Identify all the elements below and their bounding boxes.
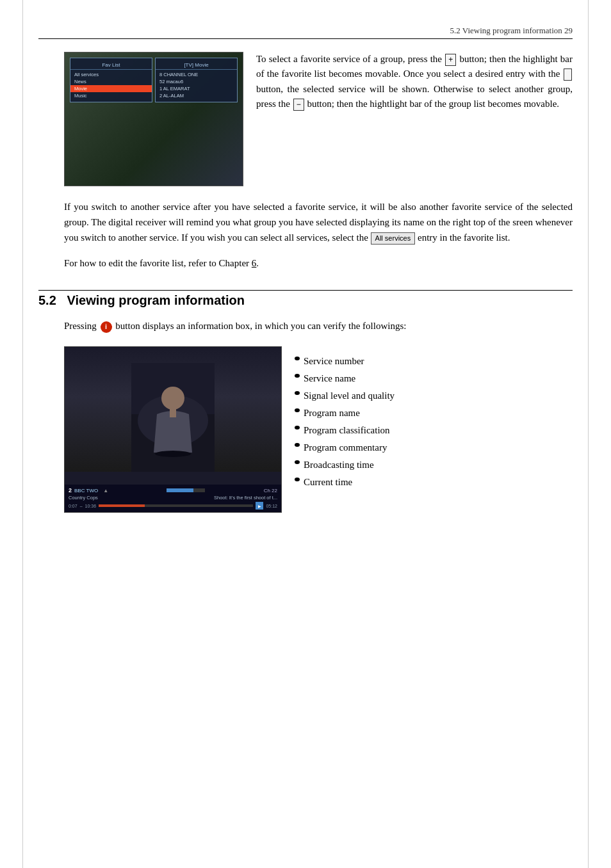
bullet-text-4: Program classification: [304, 422, 390, 439]
text-para2-section: If you switch to another service after y…: [64, 199, 573, 245]
intro-text-before: Pressing: [64, 321, 97, 331]
bullet-text-1: Service name: [304, 370, 355, 387]
progress-row: 0:07 – 10:36 ▶ 05:12: [69, 502, 277, 510]
program-info-section: 2 BBC TWO ▲ Ch 22: [64, 346, 573, 513]
bullet-dot-4: [295, 426, 300, 430]
fav-panel-left-title: Fav List: [70, 61, 152, 70]
intro-text-after: button displays an information box, in w…: [115, 321, 406, 331]
info-button-icon: i: [101, 321, 112, 333]
section-divider: [38, 290, 573, 291]
section-52-heading: Viewing program information: [67, 293, 244, 307]
program-desc: Shoot: It's the first shoot of t...: [214, 495, 277, 501]
section-52: 5.2 Viewing program information Pressing…: [38, 290, 573, 513]
bullet-text-3: Program name: [304, 405, 360, 422]
bullet-dot-6: [295, 460, 300, 464]
bullet-item-7: Current time: [295, 474, 573, 491]
svg-point-3: [161, 387, 184, 410]
program-name: Country Cops: [69, 495, 98, 501]
ok-button-inline: [564, 68, 572, 81]
fav-panel-right: [TV] Movie 8 CHANNEL ONE 52 macau6 1 AL …: [155, 58, 238, 102]
bullet-dot-2: [295, 391, 300, 395]
fav-text: To select a favorite service of a group,…: [256, 52, 573, 186]
bullet-item-3: Program name: [295, 405, 573, 422]
time-current: 05:12: [266, 504, 277, 508]
section-52-number: 5.2: [38, 293, 56, 307]
person-silhouette-svg: [131, 363, 215, 472]
fav-text-p1d: button; then the hightlight bar of the g…: [307, 99, 559, 109]
program-mockup: 2 BBC TWO ▲ Ch 22: [64, 346, 282, 513]
bullet-dot-5: [295, 443, 300, 447]
text-para2-end: entry in the favorite list.: [418, 232, 510, 243]
svg-rect-4: [170, 408, 176, 417]
page-container: 5.2 Viewing program information 29 Fav L…: [0, 0, 611, 868]
signal-bar-fill: [167, 488, 193, 492]
svg-point-5: [155, 451, 191, 457]
fav-section: Fav List All services News Movie Music […: [64, 52, 573, 186]
fav-item-music: Music: [70, 92, 152, 99]
channel-info: 2 BBC TWO ▲: [69, 487, 108, 494]
section-52-title: 5.2 Viewing program information: [38, 293, 573, 308]
text-para3-section: For how to edit the favorite list, refer…: [64, 255, 573, 271]
channel-num: 2: [69, 487, 72, 494]
time-end: 10:36: [85, 504, 97, 508]
text-para3: For how to edit the favorite list, refer…: [64, 258, 259, 268]
progress-bar-fill: [99, 504, 145, 507]
fav-item-all-services: All services: [70, 71, 152, 78]
minus-button-inline: −: [293, 99, 304, 111]
fav-item-movie: Movie: [70, 85, 152, 92]
bullet-list: Service number Service name Signal level…: [295, 346, 573, 513]
info-bar-row2: Country Cops Shoot: It's the first shoot…: [69, 495, 277, 501]
fav-item-al-alam: 2 AL-ALAM: [156, 92, 237, 99]
fav-panel-left: Fav List All services News Movie Music: [70, 58, 152, 102]
bullet-text-7: Current time: [304, 474, 352, 491]
fav-item-al-emarat: 1 AL EMARAT: [156, 85, 237, 92]
signal-bar: [167, 488, 205, 492]
fav-image-container: Fav List All services News Movie Music […: [64, 52, 243, 186]
bullet-text-5: Program commentary: [304, 439, 387, 456]
bullet-item-5: Program commentary: [295, 439, 573, 456]
fav-item-news: News: [70, 78, 152, 85]
ch-number: Ch 22: [264, 488, 277, 494]
all-services-inline: All services: [371, 232, 416, 245]
bullet-item-4: Program classification: [295, 422, 573, 439]
fav-panel-right-title: [TV] Movie: [156, 61, 237, 70]
fav-list-mockup: Fav List All services News Movie Music […: [64, 52, 243, 186]
bullet-dot-1: [295, 374, 300, 378]
page-header: 5.2 Viewing program information 29: [38, 26, 573, 39]
signal-area: [167, 488, 205, 492]
chapter-link[interactable]: 6: [252, 258, 257, 268]
progress-icon: ▶: [256, 502, 263, 510]
bullet-text-0: Service number: [304, 353, 364, 370]
bullet-dot-3: [295, 408, 300, 412]
fav-item-channel-one: 8 CHANNEL ONE: [156, 71, 237, 78]
fav-list-overlay: Fav List All services News Movie Music […: [70, 58, 238, 102]
bullet-text-2: Signal level and quality: [304, 387, 395, 405]
progress-bar: [99, 504, 253, 507]
fav-item-macau6: 52 macau6: [156, 78, 237, 85]
fav-text-p1a: To select a favorite service of a group,…: [256, 54, 442, 64]
section-52-intro: Pressing i button displays an informatio…: [64, 318, 573, 334]
bullet-item-0: Service number: [295, 353, 573, 370]
bullet-text-6: Broadcasting time: [304, 456, 374, 474]
plus-button-inline: +: [445, 54, 456, 66]
info-bar-row1: 2 BBC TWO ▲ Ch 22: [69, 487, 277, 494]
program-info-bar: 2 BBC TWO ▲ Ch 22: [65, 485, 281, 512]
program-image-container: 2 BBC TWO ▲ Ch 22: [64, 346, 282, 513]
bullet-dot-7: [295, 478, 300, 481]
bullet-item-2: Signal level and quality: [295, 387, 573, 405]
time-start: 0:07: [69, 504, 77, 508]
bullet-item-1: Service name: [295, 370, 573, 387]
bullet-item-6: Broadcasting time: [295, 456, 573, 474]
scene-bg: [65, 347, 281, 472]
page-header-text: 5.2 Viewing program information 29: [450, 26, 573, 35]
channel-name-mock: BBC TWO: [74, 488, 98, 494]
bullet-dot-0: [295, 357, 300, 360]
